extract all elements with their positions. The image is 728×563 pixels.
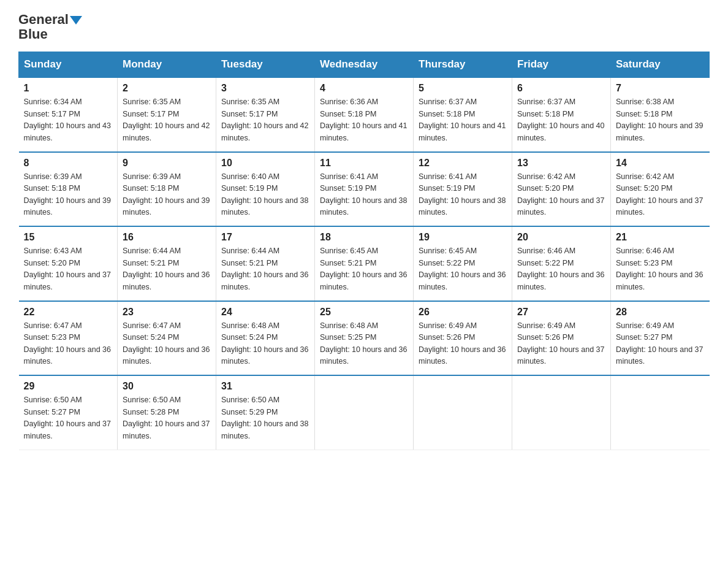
calendar-cell: 7 Sunrise: 6:38 AMSunset: 5:18 PMDayligh… — [611, 77, 710, 152]
calendar-cell: 2 Sunrise: 6:35 AMSunset: 5:17 PMDayligh… — [118, 77, 216, 152]
header-sunday: Sunday — [19, 52, 118, 78]
calendar-cell: 26 Sunrise: 6:49 AMSunset: 5:26 PMDaylig… — [414, 301, 512, 376]
header-friday: Friday — [512, 52, 611, 78]
calendar-cell — [414, 375, 512, 450]
day-number: 2 — [123, 83, 211, 94]
day-number: 17 — [221, 232, 309, 243]
day-info: Sunrise: 6:35 AMSunset: 5:17 PMDaylight:… — [123, 98, 210, 142]
calendar-cell: 6 Sunrise: 6:37 AMSunset: 5:18 PMDayligh… — [512, 77, 611, 152]
day-number: 10 — [221, 158, 309, 169]
day-number: 30 — [123, 381, 211, 392]
day-number: 27 — [517, 307, 605, 318]
day-info: Sunrise: 6:42 AMSunset: 5:20 PMDaylight:… — [616, 172, 703, 216]
calendar-cell: 30 Sunrise: 6:50 AMSunset: 5:28 PMDaylig… — [118, 375, 216, 450]
day-info: Sunrise: 6:46 AMSunset: 5:22 PMDaylight:… — [517, 247, 604, 291]
day-info: Sunrise: 6:35 AMSunset: 5:17 PMDaylight:… — [221, 98, 308, 142]
header-thursday: Thursday — [414, 52, 512, 78]
calendar-cell: 23 Sunrise: 6:47 AMSunset: 5:24 PMDaylig… — [118, 301, 216, 376]
day-info: Sunrise: 6:37 AMSunset: 5:18 PMDaylight:… — [517, 98, 604, 142]
day-number: 15 — [24, 232, 113, 243]
day-info: Sunrise: 6:50 AMSunset: 5:27 PMDaylight:… — [24, 396, 111, 440]
day-number: 22 — [24, 307, 113, 318]
header-saturday: Saturday — [611, 52, 710, 78]
calendar-week-row: 1 Sunrise: 6:34 AMSunset: 5:17 PMDayligh… — [19, 77, 710, 152]
day-info: Sunrise: 6:50 AMSunset: 5:28 PMDaylight:… — [123, 396, 210, 440]
day-info: Sunrise: 6:49 AMSunset: 5:27 PMDaylight:… — [616, 321, 703, 366]
calendar-cell: 5 Sunrise: 6:37 AMSunset: 5:18 PMDayligh… — [414, 77, 512, 152]
day-number: 6 — [517, 83, 605, 94]
calendar-cell: 8 Sunrise: 6:39 AMSunset: 5:18 PMDayligh… — [19, 152, 118, 227]
day-info: Sunrise: 6:48 AMSunset: 5:24 PMDaylight:… — [221, 321, 308, 366]
calendar-header-row: Sunday Monday Tuesday Wednesday Thursday… — [19, 52, 710, 78]
calendar-cell: 9 Sunrise: 6:39 AMSunset: 5:18 PMDayligh… — [118, 152, 216, 227]
calendar-table: Sunday Monday Tuesday Wednesday Thursday… — [18, 52, 710, 450]
day-number: 1 — [24, 83, 113, 94]
day-number: 9 — [123, 158, 211, 169]
day-number: 4 — [320, 83, 408, 94]
day-info: Sunrise: 6:39 AMSunset: 5:18 PMDaylight:… — [123, 172, 210, 216]
calendar-cell: 4 Sunrise: 6:36 AMSunset: 5:18 PMDayligh… — [315, 77, 414, 152]
calendar-cell — [512, 375, 611, 450]
day-number: 14 — [616, 158, 705, 169]
day-info: Sunrise: 6:41 AMSunset: 5:19 PMDaylight:… — [419, 172, 506, 216]
day-info: Sunrise: 6:41 AMSunset: 5:19 PMDaylight:… — [320, 172, 407, 216]
day-info: Sunrise: 6:45 AMSunset: 5:22 PMDaylight:… — [419, 247, 506, 291]
day-number: 23 — [123, 307, 211, 318]
day-number: 5 — [419, 83, 507, 94]
header-tuesday: Tuesday — [216, 52, 315, 78]
day-info: Sunrise: 6:38 AMSunset: 5:18 PMDaylight:… — [616, 98, 703, 142]
calendar-cell: 3 Sunrise: 6:35 AMSunset: 5:17 PMDayligh… — [216, 77, 315, 152]
day-number: 31 — [221, 381, 309, 392]
calendar-week-row: 15 Sunrise: 6:43 AMSunset: 5:20 PMDaylig… — [19, 226, 710, 301]
calendar-cell: 29 Sunrise: 6:50 AMSunset: 5:27 PMDaylig… — [19, 375, 118, 450]
calendar-cell: 25 Sunrise: 6:48 AMSunset: 5:25 PMDaylig… — [315, 301, 414, 376]
day-number: 19 — [419, 232, 507, 243]
day-info: Sunrise: 6:37 AMSunset: 5:18 PMDaylight:… — [419, 98, 506, 142]
day-info: Sunrise: 6:50 AMSunset: 5:29 PMDaylight:… — [221, 396, 308, 440]
day-number: 16 — [123, 232, 211, 243]
calendar-cell: 27 Sunrise: 6:49 AMSunset: 5:26 PMDaylig… — [512, 301, 611, 376]
calendar-cell — [315, 375, 414, 450]
calendar-week-row: 8 Sunrise: 6:39 AMSunset: 5:18 PMDayligh… — [19, 152, 710, 227]
calendar-cell: 15 Sunrise: 6:43 AMSunset: 5:20 PMDaylig… — [19, 226, 118, 301]
calendar-cell: 10 Sunrise: 6:40 AMSunset: 5:19 PMDaylig… — [216, 152, 315, 227]
day-info: Sunrise: 6:42 AMSunset: 5:20 PMDaylight:… — [517, 172, 604, 216]
calendar-cell: 14 Sunrise: 6:42 AMSunset: 5:20 PMDaylig… — [611, 152, 710, 227]
day-number: 21 — [616, 232, 705, 243]
calendar-cell: 31 Sunrise: 6:50 AMSunset: 5:29 PMDaylig… — [216, 375, 315, 450]
day-info: Sunrise: 6:39 AMSunset: 5:18 PMDaylight:… — [24, 172, 111, 216]
day-number: 13 — [517, 158, 605, 169]
logo-general: General — [18, 12, 82, 27]
day-number: 25 — [320, 307, 408, 318]
calendar-cell: 19 Sunrise: 6:45 AMSunset: 5:22 PMDaylig… — [414, 226, 512, 301]
day-number: 8 — [24, 158, 113, 169]
calendar-week-row: 29 Sunrise: 6:50 AMSunset: 5:27 PMDaylig… — [19, 375, 710, 450]
calendar-cell: 21 Sunrise: 6:46 AMSunset: 5:23 PMDaylig… — [611, 226, 710, 301]
calendar-cell: 12 Sunrise: 6:41 AMSunset: 5:19 PMDaylig… — [414, 152, 512, 227]
day-number: 28 — [616, 307, 705, 318]
logo-blue: Blue — [18, 26, 48, 42]
calendar-cell: 13 Sunrise: 6:42 AMSunset: 5:20 PMDaylig… — [512, 152, 611, 227]
calendar-cell — [611, 375, 710, 450]
day-number: 18 — [320, 232, 408, 243]
day-info: Sunrise: 6:47 AMSunset: 5:24 PMDaylight:… — [123, 321, 210, 366]
day-info: Sunrise: 6:36 AMSunset: 5:18 PMDaylight:… — [320, 98, 407, 142]
calendar-cell: 18 Sunrise: 6:45 AMSunset: 5:21 PMDaylig… — [315, 226, 414, 301]
day-number: 11 — [320, 158, 408, 169]
calendar-cell: 16 Sunrise: 6:44 AMSunset: 5:21 PMDaylig… — [118, 226, 216, 301]
calendar-cell: 28 Sunrise: 6:49 AMSunset: 5:27 PMDaylig… — [611, 301, 710, 376]
day-number: 12 — [419, 158, 507, 169]
day-number: 24 — [221, 307, 309, 318]
calendar-cell: 24 Sunrise: 6:48 AMSunset: 5:24 PMDaylig… — [216, 301, 315, 376]
calendar-cell: 17 Sunrise: 6:44 AMSunset: 5:21 PMDaylig… — [216, 226, 315, 301]
day-info: Sunrise: 6:47 AMSunset: 5:23 PMDaylight:… — [24, 321, 111, 366]
day-info: Sunrise: 6:48 AMSunset: 5:25 PMDaylight:… — [320, 321, 407, 366]
page-header: General Blue — [18, 12, 710, 42]
day-info: Sunrise: 6:43 AMSunset: 5:20 PMDaylight:… — [24, 247, 111, 291]
calendar-cell: 20 Sunrise: 6:46 AMSunset: 5:22 PMDaylig… — [512, 226, 611, 301]
day-number: 29 — [24, 381, 113, 392]
day-info: Sunrise: 6:34 AMSunset: 5:17 PMDaylight:… — [24, 98, 111, 142]
header-monday: Monday — [118, 52, 216, 78]
calendar-week-row: 22 Sunrise: 6:47 AMSunset: 5:23 PMDaylig… — [19, 301, 710, 376]
day-number: 20 — [517, 232, 605, 243]
